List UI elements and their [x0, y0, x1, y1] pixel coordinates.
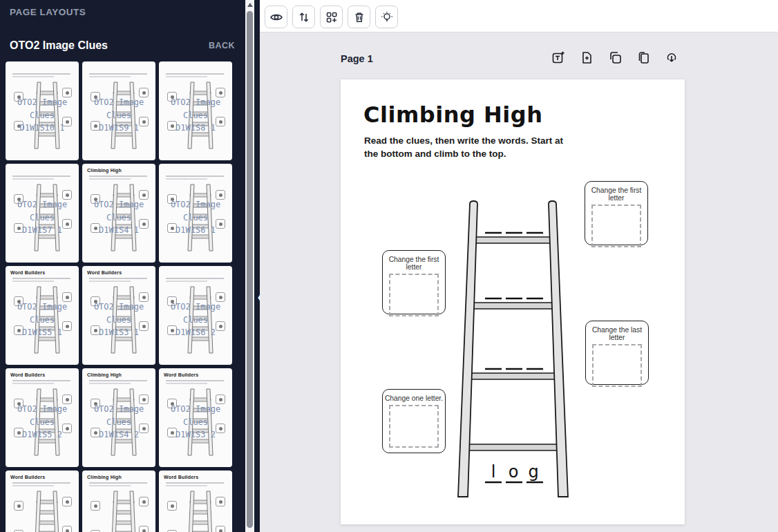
mini-clue-box — [216, 88, 225, 97]
layout-thumbnail[interactable]: Word Builders OTO2 ImageCluesD1W1S3 1 — [82, 266, 155, 365]
mini-clue-box — [14, 325, 23, 335]
thumbnail-worksheet-title: Word Builders — [10, 270, 45, 275]
layout-thumbnail[interactable]: Climbing High OTO2 ImageCluesD1W1S4 2 — [82, 368, 155, 467]
mini-clue-box — [91, 223, 100, 233]
preview-eye-button[interactable] — [265, 6, 287, 28]
ladder-illustration[interactable]: l o g — [455, 198, 572, 501]
layout-thumbnail[interactable]: OTO2 ImageCluesD1W1S9 1 — [82, 61, 155, 160]
image-placeholder — [591, 205, 641, 247]
mini-clue-box — [91, 428, 100, 437]
lightbulb-icon — [380, 10, 394, 24]
add-page-icon — [580, 50, 594, 65]
layout-thumbnail[interactable]: Word Builders OTO2 ImageCluesD1W1S5 1 — [6, 266, 79, 365]
layout-thumbnail[interactable]: Word Builders — [159, 471, 232, 532]
mini-clue-box — [139, 321, 149, 331]
layout-thumbnail[interactable]: OTO2 ImageCluesD1W1S6 2 — [159, 266, 232, 365]
worksheet-page[interactable]: Climbing High Read the clues, then write… — [341, 79, 685, 524]
editor-main: Page 1 — [260, 0, 778, 532]
layout-thumbnail[interactable]: Climbing High — [82, 471, 155, 532]
mini-clue-box — [91, 325, 100, 335]
ideas-button[interactable] — [375, 6, 398, 28]
mini-ladder-graphic — [32, 490, 62, 532]
mini-clue-box — [91, 501, 100, 511]
mini-clue-box — [216, 497, 225, 506]
scroll-up-arrow-icon[interactable] — [247, 3, 253, 7]
worksheet-instructions[interactable]: Read the clues, then write the words. St… — [364, 135, 599, 161]
mini-clue-box — [62, 88, 72, 97]
image-placeholder — [389, 405, 439, 448]
clue-box-mid-right[interactable]: Change the last letter — [585, 321, 649, 385]
mini-ladder-graphic — [32, 388, 62, 457]
mini-ladder-graphic — [185, 285, 216, 354]
clue-box-top-right[interactable]: Change the first letter — [585, 181, 648, 245]
layout-thumbnail[interactable]: Climbing High OTO2 ImageCluesD1W1S4 1 — [82, 164, 155, 263]
mini-ladder-graphic — [185, 490, 216, 532]
mini-clue-box — [91, 296, 100, 306]
thumbnail-worksheet-title: Climbing High — [87, 372, 122, 377]
layout-group-row: OTO2 Image Clues BACK — [10, 39, 235, 52]
layout-thumbnail[interactable]: Word Builders OTO2 ImageCluesD1W1S5 2 — [6, 368, 79, 467]
mini-clue-box — [139, 190, 149, 200]
mini-clue-box — [91, 121, 100, 131]
layout-thumbnail[interactable]: Word Builders — [6, 471, 79, 532]
layout-thumbnail[interactable]: OTO2 ImageCluesD1W1S10 1 — [6, 61, 79, 160]
mini-clue-box — [62, 321, 72, 331]
thumbnail-worksheet-title: Climbing High — [87, 168, 122, 173]
blank-letter-lines — [485, 233, 543, 369]
mini-clue-box — [14, 428, 23, 437]
sidebar-title: PAGE LAYOUTS — [10, 7, 86, 17]
delete-page-button[interactable] — [348, 6, 370, 28]
mini-clue-box — [139, 219, 149, 229]
mini-clue-box — [216, 219, 225, 229]
mini-clue-box — [167, 428, 177, 437]
clue-box-bottom-left[interactable]: Change one letter. — [382, 389, 446, 453]
mini-clue-box — [139, 497, 149, 506]
add-page-button[interactable] — [579, 50, 594, 65]
image-placeholder — [389, 274, 439, 316]
page-canvas-area: Page 1 — [260, 33, 778, 532]
reorder-pages-button[interactable] — [292, 6, 315, 28]
mini-clue-box — [62, 395, 72, 404]
layout-thumbnail[interactable]: OTO2 ImageCluesD1W1S6 1 — [159, 164, 232, 263]
layout-thumbnail[interactable]: Word Builders OTO2 ImageCluesD1W1S3 2 — [159, 368, 232, 467]
mini-clue-box — [14, 194, 23, 204]
thumbnail-worksheet-title: Word Builders — [10, 372, 45, 377]
mini-clue-box — [216, 395, 225, 404]
mini-clue-box — [216, 526, 225, 532]
mini-ladder-graphic — [108, 183, 139, 252]
duplicate-page-button[interactable] — [607, 50, 623, 65]
add-elements-button[interactable] — [320, 6, 343, 28]
mini-clue-box — [216, 292, 225, 302]
add-text-button[interactable] — [551, 50, 566, 65]
mini-clue-box — [167, 399, 177, 408]
sidebar-scrollbar[interactable] — [245, 0, 254, 532]
page-layouts-sidebar: PAGE LAYOUTS OTO2 Image Clues BACK OTO2 … — [0, 0, 260, 532]
mini-clue-box — [139, 424, 149, 433]
download-page-button[interactable] — [664, 50, 679, 65]
layout-thumbnail[interactable]: OTO2 ImageCluesD1W1S8 1 — [159, 61, 232, 160]
mini-clue-box — [167, 194, 177, 204]
mini-clue-box — [14, 399, 23, 408]
eye-icon — [269, 10, 283, 24]
clue-box-mid-left[interactable]: Change the first letter — [382, 250, 446, 314]
layout-group-title: OTO2 Image Clues — [10, 39, 108, 52]
mini-clue-box — [62, 526, 72, 532]
sidebar-edge — [254, 0, 260, 532]
ladder-rungs — [468, 237, 558, 450]
mini-clue-box — [167, 325, 177, 335]
ladder-rails — [458, 201, 568, 497]
mini-clue-box — [62, 219, 72, 229]
mini-ladder-graphic — [185, 388, 216, 457]
copy-page-button[interactable] — [636, 50, 651, 65]
mini-ladder-graphic — [32, 183, 62, 252]
scrollbar-thumb[interactable] — [247, 11, 253, 528]
back-button[interactable]: BACK — [209, 41, 235, 50]
layout-thumbnail-grid: OTO2 ImageCluesD1W1S10 1 OTO2 ImageClues… — [6, 61, 240, 532]
editor-toolbar — [260, 0, 778, 32]
layout-thumbnail[interactable]: OTO2 ImageCluesD1W1S7 1 — [6, 164, 79, 263]
copy-page-icon — [636, 50, 651, 65]
mini-clue-box — [167, 296, 177, 306]
worksheet-title[interactable]: Climbing High — [363, 102, 542, 128]
add-text-icon — [551, 50, 566, 65]
mini-clue-box — [91, 194, 100, 204]
